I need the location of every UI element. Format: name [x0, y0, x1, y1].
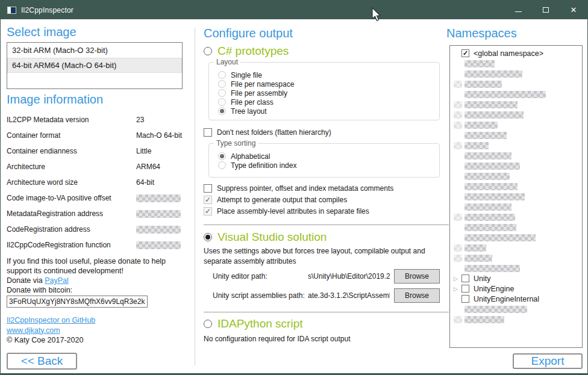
radio-icon: [218, 80, 226, 88]
info-row: CodeRegistration address: [7, 222, 190, 237]
layout-option-radio[interactable]: File per assembly: [218, 88, 439, 98]
namespace-label: Unity: [474, 274, 490, 283]
namespace-row[interactable]: [450, 150, 582, 161]
select-image-heading: Select image: [7, 25, 77, 39]
namespace-checkbox[interactable]: [461, 295, 469, 303]
unity-script-path-value[interactable]: ate.3d-3.1.2\ScriptAssemblies: [308, 291, 390, 300]
radio-icon: [204, 47, 212, 55]
image-info-table: IL2CPP Metadata version 23 Container for…: [7, 112, 190, 253]
copyright: © Katy Coe 2017-2020: [7, 335, 95, 346]
image-listbox[interactable]: 32-bit ARM (Mach-O 32-bit) 64-bit ARM64 …: [7, 42, 183, 89]
namespace-row[interactable]: [450, 202, 582, 212]
github-link[interactable]: Il2CppInspector on GitHub: [7, 316, 95, 324]
namespace-row[interactable]: [450, 161, 582, 171]
csharp-prototypes-radio[interactable]: C# prototypes: [204, 45, 289, 58]
redacted-block: [454, 111, 462, 119]
namespace-row[interactable]: [450, 171, 582, 181]
expander-icon[interactable]: [454, 286, 461, 292]
layout-option-radio[interactable]: File per class: [218, 98, 439, 107]
close-button[interactable]: ✕: [560, 1, 587, 19]
info-label: CodeRegistration address: [7, 225, 136, 234]
idapython-radio[interactable]: IDAPython script: [204, 317, 303, 330]
namespace-row[interactable]: [450, 232, 582, 243]
namespace-row[interactable]: [450, 191, 582, 202]
namespace-row[interactable]: [450, 304, 582, 314]
namespace-checkbox[interactable]: [461, 49, 469, 57]
image-option[interactable]: 32-bit ARM (Mach-O 32-bit): [7, 43, 182, 58]
export-button[interactable]: Export: [513, 353, 583, 369]
namespace-row[interactable]: [450, 79, 582, 89]
redacted-block: [454, 101, 462, 108]
window-body: Select image 32-bit ARM (Mach-O 32-bit) …: [1, 19, 587, 373]
layout-option-radio[interactable]: File per namespace: [218, 79, 439, 88]
namespace-row[interactable]: [450, 314, 582, 324]
flatten-checkbox[interactable]: Don't nest folders (flatten hierarchy): [204, 128, 331, 137]
image-option[interactable]: 64-bit ARM64 (Mach-O 64-bit): [7, 58, 182, 73]
namespace-row[interactable]: [450, 110, 582, 120]
namespace-row[interactable]: [450, 243, 582, 253]
namespace-row[interactable]: [450, 181, 582, 191]
sorting-option-radio[interactable]: Type definition index: [218, 161, 439, 170]
layout-option-radio[interactable]: Single file: [218, 70, 439, 79]
vs-description: Uses the settings above but forces tree …: [204, 246, 425, 267]
maximize-button[interactable]: [532, 1, 560, 19]
info-row: Architecture ARM64: [7, 159, 190, 175]
radio-icon: [218, 98, 226, 106]
namespaces-list[interactable]: <global namespace>: [449, 45, 583, 348]
namespace-row[interactable]: Unity: [450, 273, 582, 284]
namespace-row[interactable]: [450, 89, 582, 99]
namespace-row[interactable]: UnityEngine: [450, 284, 582, 294]
sorting-option-radio[interactable]: Alphabetical: [218, 152, 439, 161]
compile-output-checkbox[interactable]: Attempt to generate output that compiles: [204, 195, 347, 205]
namespace-row[interactable]: <global namespace>: [450, 48, 582, 58]
info-label: Container format: [7, 131, 136, 140]
namespace-row[interactable]: UnityEngineInternal: [450, 294, 582, 304]
browse-editor-button[interactable]: Browse: [394, 269, 440, 284]
ida-description: No configuration required for IDA script…: [204, 334, 350, 344]
visual-studio-radio[interactable]: Visual Studio solution: [204, 231, 327, 244]
unity-editor-path-value[interactable]: s\Unity\Hub\Editor\2019.2.8f1: [308, 272, 390, 280]
redacted-value: [136, 241, 181, 249]
redacted-namespace: [464, 214, 515, 221]
namespace-row[interactable]: [450, 253, 582, 263]
checkbox-icon: [204, 207, 212, 215]
maximize-icon: [543, 7, 549, 13]
namespace-row[interactable]: [450, 263, 582, 273]
paypal-link[interactable]: PayPal: [45, 276, 69, 285]
window-titlebar[interactable]: Il2CppInspector ✕: [1, 1, 587, 19]
expander-icon[interactable]: [454, 276, 461, 282]
redacted-namespace: [464, 142, 489, 149]
browse-script-button[interactable]: Browse: [394, 288, 440, 303]
namespace-row[interactable]: [450, 120, 582, 130]
namespace-row[interactable]: [450, 222, 582, 232]
namespace-label: <global namespace>: [474, 49, 543, 58]
suppress-comments-checkbox[interactable]: Suppress pointer, offset and index metad…: [204, 184, 393, 193]
redacted-namespace: [464, 183, 518, 190]
namespace-row[interactable]: [450, 99, 582, 110]
assembly-attributes-checkbox[interactable]: Place assembly-level attributes in separ…: [204, 206, 369, 216]
close-icon: ✕: [571, 6, 577, 14]
radio-icon: [218, 152, 226, 160]
back-button[interactable]: << Back: [7, 353, 77, 370]
bitcoin-address-input[interactable]: [7, 296, 148, 308]
layout-option-radio[interactable]: Tree layout: [218, 107, 439, 116]
info-value: 23: [136, 116, 144, 124]
redacted-namespace: [464, 70, 522, 78]
column-separator: [195, 28, 195, 365]
namespace-row[interactable]: [450, 69, 582, 79]
radio-icon: [204, 233, 212, 241]
info-row: Container format Mach-O 64-bit: [7, 128, 190, 143]
namespace-checkbox[interactable]: [461, 274, 469, 282]
namespace-row[interactable]: [450, 58, 582, 69]
minimize-button[interactable]: [504, 1, 532, 19]
checkbox-icon: [204, 184, 212, 193]
namespace-row[interactable]: [450, 130, 582, 140]
unity-editor-path-row: Unity editor path: s\Unity\Hub\Editor\20…: [213, 269, 440, 284]
namespace-row[interactable]: [450, 212, 582, 222]
website-link[interactable]: www.djkaty.com: [7, 326, 60, 335]
namespace-row[interactable]: [450, 140, 582, 150]
redacted-namespace: [464, 132, 507, 139]
redacted-namespace: [464, 265, 520, 272]
namespace-checkbox[interactable]: [461, 285, 469, 293]
redacted-namespace: [464, 111, 524, 119]
